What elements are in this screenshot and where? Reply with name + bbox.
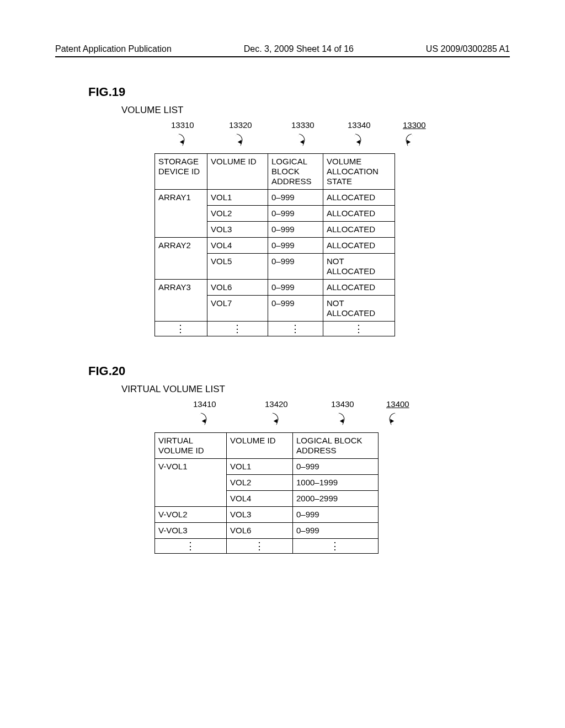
cell-vol: VOL1 [207,190,268,206]
vdots-icon: ⋮ [207,322,268,336]
figure-20-table-wrap: 13410 13420 13430 13400 VIRTUAL VOLUME I… [154,399,510,554]
table-row: V-VOL1 VOL1 0–999 [155,459,379,475]
cell-sid: ARRAY2 [155,238,207,280]
cell-vol: VOL3 [207,222,268,238]
cell-vol: VOL5 [207,254,268,280]
ref-13410: 13410 [193,399,216,409]
ref-arrow-icon [270,411,287,428]
ref-arrow-icon [297,132,313,149]
col-volume-id: VOLUME ID [207,154,268,190]
cell-vol: VOL4 [227,491,293,507]
figure-19-refrow: 13310 13320 13330 13340 13300 [154,120,510,153]
cell-vol: VOL6 [227,523,293,539]
table-row-continuation: ⋮ ⋮ ⋮ [155,539,379,554]
ref-arrow-icon [397,132,414,149]
cell-state: NOT ALLOCATED [323,296,395,322]
col-virtual-volume-id: VIRTUAL VOLUME ID [155,433,227,459]
cell-sid: ARRAY1 [155,190,207,238]
cell-vol: VOL3 [227,507,293,523]
vdots-icon: ⋮ [155,322,207,336]
cell-vol: VOL2 [227,475,293,491]
cell-sid: ARRAY3 [155,280,207,322]
cell-vol: VOL4 [207,238,268,254]
header-rule [55,56,510,57]
ref-13310: 13310 [171,120,194,130]
cell-vvid: V-VOL3 [155,523,227,539]
col-alloc-state: VOLUME ALLOCATION STATE [323,154,395,190]
virtual-volume-list-table: VIRTUAL VOLUME ID VOLUME ID LOGICAL BLOC… [154,432,379,554]
table-row: ARRAY2 VOL4 0–999 ALLOCATED [155,238,395,254]
cell-state: ALLOCATED [323,222,395,238]
vdots-icon: ⋮ [293,539,379,554]
ref-arrow-icon [353,132,370,149]
figure-20-label: FIG.20 [88,364,510,378]
cell-state: ALLOCATED [323,206,395,222]
table-header-row: STORAGE DEVICE ID VOLUME ID LOGICAL BLOC… [155,154,395,190]
header-right: US 2009/0300285 A1 [426,44,510,54]
figure-19-title: VOLUME LIST [121,105,510,116]
figure-19-table-wrap: 13310 13320 13330 13340 13300 STORAGE DE… [154,120,510,336]
volume-list-table: STORAGE DEVICE ID VOLUME ID LOGICAL BLOC… [154,153,395,336]
ref-13330: 13330 [291,120,315,130]
cell-vol: VOL2 [207,206,268,222]
ref-13300: 13300 [403,120,426,130]
ref-arrow-icon [177,132,193,149]
cell-lba: 0–999 [293,507,379,523]
vdots-icon: ⋮ [227,539,293,554]
ref-13430: 13430 [331,399,354,409]
table-row: ARRAY3 VOL6 0–999 ALLOCATED [155,280,395,296]
header-left: Patent Application Publication [55,44,172,54]
cell-lba: 0–999 [268,254,323,280]
col-lba: LOGICAL BLOCK ADDRESS [293,433,379,459]
col-lba: LOGICAL BLOCK ADDRESS [268,154,323,190]
cell-lba: 0–999 [268,296,323,322]
ref-13340: 13340 [348,120,371,130]
cell-lba: 1000–1999 [293,475,379,491]
cell-state: ALLOCATED [323,280,395,296]
cell-lba: 0–999 [268,190,323,206]
cell-vvid: V-VOL1 [155,459,227,507]
ref-arrow-icon [199,411,215,428]
cell-lba: 0–999 [293,523,379,539]
cell-state: ALLOCATED [323,238,395,254]
page-header: Patent Application Publication Dec. 3, 2… [55,44,510,54]
table-row: V-VOL3 VOL6 0–999 [155,523,379,539]
col-volume-id: VOLUME ID [227,433,293,459]
vdots-icon: ⋮ [155,539,227,554]
table-row-continuation: ⋮ ⋮ ⋮ ⋮ [155,322,395,336]
header-center: Dec. 3, 2009 Sheet 14 of 16 [244,44,354,54]
table-header-row: VIRTUAL VOLUME ID VOLUME ID LOGICAL BLOC… [155,433,379,459]
table-row: V-VOL2 VOL3 0–999 [155,507,379,523]
cell-state: ALLOCATED [323,190,395,206]
vdots-icon: ⋮ [323,322,395,336]
ref-13320: 13320 [229,120,252,130]
cell-lba: 0–999 [293,459,379,475]
cell-lba: 2000–2999 [293,491,379,507]
cell-state: NOT ALLOCATED [323,254,395,280]
ref-arrow-icon [337,411,353,428]
table-row: ARRAY1 VOL1 0–999 ALLOCATED [155,190,395,206]
vdots-icon: ⋮ [268,322,323,336]
figure-20-title: VIRTUAL VOLUME LIST [121,384,510,395]
cell-vol: VOL1 [227,459,293,475]
cell-lba: 0–999 [268,222,323,238]
ref-arrow-icon [381,411,397,428]
figure-20-refrow: 13410 13420 13430 13400 [154,399,510,432]
cell-vvid: V-VOL2 [155,507,227,523]
cell-lba: 0–999 [268,206,323,222]
cell-vol: VOL6 [207,280,268,296]
ref-arrow-icon [234,132,251,149]
cell-vol: VOL7 [207,296,268,322]
cell-lba: 0–999 [268,280,323,296]
cell-lba: 0–999 [268,238,323,254]
figure-19-label: FIG.19 [88,85,510,99]
ref-13400: 13400 [386,399,409,409]
ref-13420: 13420 [265,399,288,409]
col-storage-device-id: STORAGE DEVICE ID [155,154,207,190]
page: Patent Application Publication Dec. 3, 2… [0,0,565,728]
